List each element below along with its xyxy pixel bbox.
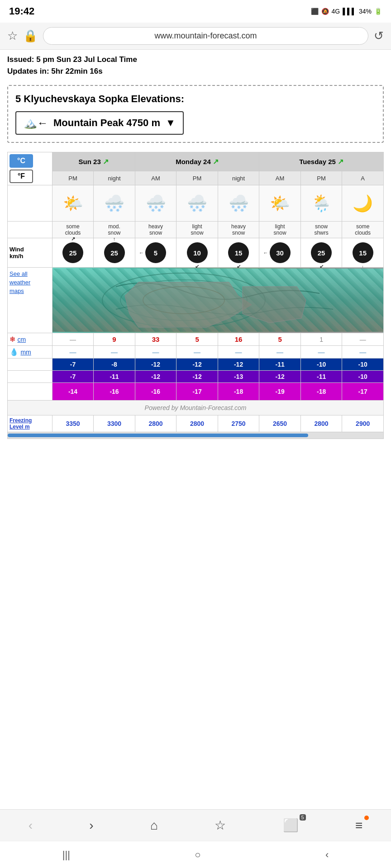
day-header-sun[interactable]: Sun 23 ↗ — [52, 152, 135, 171]
maxtemp-sun-night: -8 — [94, 359, 135, 371]
scrollbar-thumb[interactable] — [8, 434, 308, 437]
day-header-tue[interactable]: Tuesday 25 ↗ — [259, 152, 384, 171]
back-button[interactable]: ‹ — [23, 816, 38, 835]
freeze-tue-pm: 2800 — [300, 415, 342, 432]
issued-line: Issued: 5 pm Sun 23 Jul Local Time — [7, 55, 384, 64]
bottom-nav: ‹ › ⌂ ☆ ⬜ 5 ≡ — [0, 809, 391, 841]
android-back[interactable]: ‹ — [325, 849, 329, 861]
snow-cm-row: ❄ cm — 9 33 5 16 5 1 — — [8, 333, 384, 346]
home-button[interactable]: ⌂ — [145, 816, 163, 835]
freezing-label: FreezingLevel m — [8, 415, 52, 432]
android-home[interactable]: ○ — [195, 849, 200, 861]
elevation-selector[interactable]: 🏔️← Mountain Peak 4750 m ▼ — [15, 111, 184, 135]
period-sun-pm: PM — [52, 171, 94, 185]
maxtemp-label: Max — [8, 359, 52, 371]
map-svg — [93, 269, 342, 332]
powered-by-cell: Powered by Mountain-Forecast.com — [8, 401, 384, 415]
rain-mon-am: — — [135, 346, 176, 359]
wind-circle-tue-pm: ↙ 25 — [311, 242, 332, 263]
header-periods: PM night AM PM night AM PM A — [8, 171, 384, 185]
bookmark-icon[interactable]: ☆ — [7, 29, 18, 43]
conditions-row: someclouds mod.snow heavysnow lightsnow … — [8, 222, 384, 238]
forecast-table: °C °F Sun 23 ↗ Monday 24 ↗ Tuesday 25 ↗ … — [7, 152, 384, 439]
icon-mon-am: 🌨️ — [146, 194, 166, 213]
freeze-mon-night: 2750 — [218, 415, 259, 432]
refresh-icon[interactable]: ↺ — [374, 29, 384, 43]
status-bar: 19:42 ⬛ 🔕 4G ▌▌▌ 34% 🔋 — [0, 0, 391, 23]
icon-mon-pm: 🌨️ — [187, 194, 207, 213]
mountain-icon: 🏔️← — [24, 117, 48, 129]
expand-sun-icon[interactable]: ↗ — [103, 158, 109, 165]
network-label: 4G — [332, 8, 340, 15]
rain-unit-link[interactable]: mm — [20, 349, 31, 356]
mintemp-tue-am: -12 — [259, 371, 301, 383]
weather-mon-am: 🌨️ — [135, 185, 176, 222]
powered-by-row: Powered by Mountain-Forecast.com — [8, 401, 384, 415]
android-recent[interactable]: ||| — [62, 849, 70, 861]
celsius-toggle[interactable]: °C — [10, 154, 33, 168]
icon-tue-a: 🌙 — [353, 194, 373, 213]
period-tue-am: AM — [259, 171, 301, 185]
weather-tue-am: 🌤️ — [259, 185, 301, 222]
screenshot-icon: ⬛ — [311, 8, 319, 15]
freezing-level-row: FreezingLevel m 3350 3300 2800 2800 2750… — [8, 415, 384, 432]
feels-tue-pm: -18 — [300, 383, 342, 401]
cond-tue-am: lightsnow — [259, 222, 301, 238]
period-mon-night: night — [218, 171, 259, 185]
forward-button[interactable]: › — [84, 816, 99, 835]
fahrenheit-toggle[interactable]: °F — [10, 170, 33, 183]
scrollbar-row[interactable] — [8, 432, 384, 439]
feels-mon-am: -16 — [135, 383, 176, 401]
weather-label — [8, 185, 52, 222]
cond-sun-pm: someclouds — [52, 222, 94, 238]
expand-tue-icon[interactable]: ↗ — [338, 158, 343, 165]
min-temp-row: Min -7 -11 -12 -12 -13 -12 -11 -10 — [8, 371, 384, 383]
wind-tue-pm: ↙ 25 — [300, 238, 342, 268]
icon-tue-pm: 🌦️ — [311, 194, 332, 213]
snow-unit-link[interactable]: cm — [17, 336, 26, 343]
map-row: See allweathermaps — [8, 268, 384, 333]
cond-tue-a: someclouds — [342, 222, 384, 238]
weather-mon-night: 🌨️ — [218, 185, 259, 222]
wind-circle-mon-pm: ↙ 10 — [187, 242, 208, 263]
icon-mon-night: 🌨️ — [229, 194, 249, 213]
elevation-label: Mountain Peak 4750 m — [53, 117, 160, 129]
freeze-mon-am: 2800 — [135, 415, 176, 432]
forecast-wrapper: °C °F Sun 23 ↗ Monday 24 ↗ Tuesday 25 ↗ … — [7, 152, 384, 439]
snow-tue-pm: 1 — [300, 333, 342, 346]
day-header-mon[interactable]: Monday 24 ↗ — [135, 152, 259, 171]
weather-tue-a: 🌙 — [342, 185, 384, 222]
period-tue-pm: PM — [300, 171, 342, 185]
cond-sun-night: mod.snow — [94, 222, 135, 238]
maxtemp-tue-pm: -10 — [300, 359, 342, 371]
expand-mon-icon[interactable]: ↗ — [213, 158, 219, 165]
menu-button[interactable]: ≡ — [350, 816, 368, 835]
freeze-tue-a: 2900 — [342, 415, 384, 432]
scrollbar[interactable] — [8, 432, 384, 439]
wind-circle-tue-am: ← 30 — [270, 242, 291, 263]
wind-sun-night: ↑ 25 — [94, 238, 135, 268]
bookmark-button[interactable]: ☆ — [209, 816, 231, 835]
signal-icon: ▌▌▌ — [343, 8, 356, 15]
freezing-link[interactable]: FreezingLevel m — [10, 417, 32, 430]
feels-sun-night: -16 — [94, 383, 135, 401]
feels-mon-night: -18 — [218, 383, 259, 401]
mintemp-sun-pm: -7 — [52, 371, 94, 383]
rain-tue-pm: — — [300, 346, 342, 359]
weather-tue-pm: 🌦️ — [300, 185, 342, 222]
feels-sun-pm: -14 — [52, 383, 94, 401]
url-bar[interactable]: www.mountain-forecast.com — [43, 27, 368, 45]
icon-sun-pm: 🌤️ — [63, 194, 83, 213]
wind-mon-night: ↙ 15 — [218, 238, 259, 268]
weather-mon-pm: 🌨️ — [176, 185, 218, 222]
cond-mon-am: heavysnow — [135, 222, 176, 238]
see-all-maps-link[interactable]: See allweathermaps — [10, 270, 30, 294]
tabs-button[interactable]: ⬜ 5 — [277, 816, 304, 835]
feels-row: Feels°C -14 -16 -16 -17 -18 -19 -18 -17 — [8, 383, 384, 401]
wind-circle-sun-pm: ↗ 25 — [62, 242, 83, 263]
mintemp-mon-pm: -12 — [176, 371, 218, 383]
powered-by-text: Powered by Mountain-Forecast.com — [145, 404, 247, 411]
snow-tue-am: 5 — [259, 333, 301, 346]
rain-mm-row: 💧 mm — — — — — — — — — [8, 346, 384, 359]
rain-sun-night: — — [94, 346, 135, 359]
